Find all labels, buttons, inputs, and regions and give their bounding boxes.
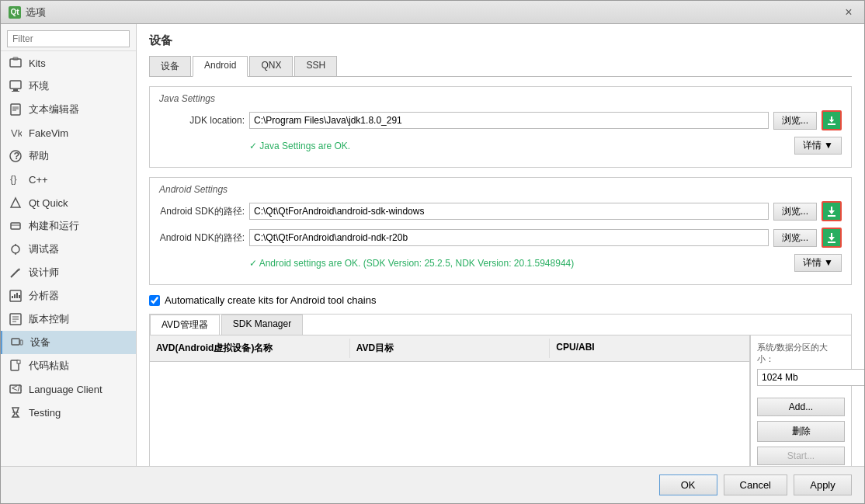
content-area: Kits 环境 文本编辑器 Vk FakeVim — [1, 24, 864, 466]
app-icon: Qt — [9, 6, 21, 19]
sidebar-item-designer[interactable]: 设计师 — [1, 261, 136, 284]
sidebar-item-analyzer[interactable]: 分析器 — [1, 284, 136, 308]
tab-android[interactable]: Android — [193, 56, 248, 77]
ndk-browse-button[interactable]: 浏览... — [773, 229, 817, 247]
sidebar-item-devices[interactable]: 设备 — [1, 331, 136, 354]
sidebar-item-help[interactable]: ? 帮助 — [1, 144, 136, 168]
svg-marker-46 — [829, 237, 835, 241]
sidebar-item-langclient[interactable]: </> Language Client — [1, 377, 136, 401]
sidebar: Kits 环境 文本编辑器 Vk FakeVim — [1, 24, 137, 466]
size-label: 系统/数据分区的大小： — [757, 342, 845, 365]
svg-rect-3 — [13, 89, 18, 91]
tab-devices[interactable]: 设备 — [149, 56, 191, 76]
sidebar-label-help: 帮助 — [29, 149, 49, 163]
designer-icon — [9, 266, 23, 280]
android-details-button[interactable]: 详情 ▼ — [794, 254, 842, 272]
auto-create-label[interactable]: Automatically create kits for Android to… — [165, 294, 376, 306]
main-tabs: 设备 Android QNX SSH — [149, 56, 852, 77]
svg-text:</>: </> — [12, 383, 22, 394]
java-status-row: ✓ Java Settings are OK. 详情 ▼ — [159, 137, 842, 155]
svg-rect-31 — [20, 340, 23, 345]
size-input[interactable] — [757, 369, 864, 386]
add-avd-button[interactable]: Add... — [757, 398, 845, 416]
avd-rows — [150, 362, 749, 466]
sidebar-item-texteditor[interactable]: 文本编辑器 — [1, 98, 136, 121]
env-icon — [9, 79, 23, 93]
sidebar-item-env[interactable]: 环境 — [1, 75, 136, 98]
close-button[interactable]: × — [841, 5, 856, 20]
svg-point-16 — [12, 245, 19, 253]
filter-box — [1, 27, 136, 51]
sidebar-label-designer: 设计师 — [29, 266, 59, 280]
svg-text:Vk: Vk — [11, 127, 22, 139]
start-avd-button[interactable]: Start... — [757, 447, 845, 465]
apply-button[interactable]: Apply — [794, 474, 852, 495]
sidebar-label-analyzer: 分析器 — [29, 289, 59, 303]
build-icon — [9, 219, 23, 233]
sidebar-item-testing[interactable]: Testing — [1, 401, 136, 424]
java-settings-section: Java Settings JDK location: 浏览... ✓ Java… — [149, 86, 852, 168]
avd-tab-manager[interactable]: AVD管理器 — [150, 315, 220, 335]
avd-table: AVD(Android虚拟设备)名称 AVD目标 CPU/ABI — [150, 335, 750, 466]
svg-rect-5 — [11, 104, 20, 115]
avd-tabs: AVD管理器 SDK Manager — [150, 315, 851, 335]
main-panel: 设备 设备 Android QNX SSH Java Settings JDK … — [137, 24, 864, 466]
avd-col-cpu: CPU/ABI — [550, 339, 749, 358]
tab-ssh[interactable]: SSH — [294, 56, 337, 76]
panel-title: 设备 — [149, 33, 852, 48]
qtquick-icon — [9, 196, 23, 210]
sdk-browse-button[interactable]: 浏览... — [773, 203, 817, 221]
jdk-download-button[interactable] — [822, 110, 842, 130]
cpp-icon: {} — [9, 172, 23, 186]
sidebar-item-build[interactable]: 构建和运行 — [1, 214, 136, 238]
sidebar-label-snippet: 代码粘贴 — [29, 359, 69, 373]
java-details-button[interactable]: 详情 ▼ — [794, 137, 842, 155]
help-icon: ? — [9, 149, 23, 163]
sidebar-label-langclient: Language Client — [29, 384, 102, 395]
vcs-icon — [9, 312, 23, 326]
sidebar-item-cpp[interactable]: {} C++ — [1, 168, 136, 191]
jdk-row: JDK location: 浏览... — [159, 110, 842, 130]
sdk-download-button[interactable] — [822, 201, 842, 221]
svg-marker-13 — [11, 198, 20, 207]
sidebar-item-snippet[interactable]: 代码粘贴 — [1, 354, 136, 377]
sidebar-label-debugger: 调试器 — [29, 242, 59, 256]
ndk-input[interactable] — [249, 229, 769, 246]
sidebar-item-qtquick[interactable]: Qt Quick — [1, 191, 136, 214]
sidebar-item-debugger[interactable]: 调试器 — [1, 238, 136, 261]
filter-input[interactable] — [7, 30, 130, 47]
cancel-button[interactable]: Cancel — [724, 474, 787, 495]
sidebar-label-fakevim: FakeVim — [29, 127, 68, 139]
size-section: 系统/数据分区的大小： ▲ ▼ — [757, 342, 845, 387]
sidebar-label-kits: Kits — [29, 57, 46, 69]
ok-button[interactable]: OK — [659, 474, 717, 495]
ndk-download-button[interactable] — [822, 228, 842, 248]
avd-tab-sdk[interactable]: SDK Manager — [221, 315, 303, 335]
svg-rect-14 — [11, 223, 20, 229]
bottom-bar: OK Cancel Apply — [1, 466, 864, 503]
android-section-title: Android Settings — [159, 184, 842, 195]
sidebar-item-fakevim[interactable]: Vk FakeVim — [1, 121, 136, 144]
kits-icon — [9, 56, 23, 70]
jdk-browse-button[interactable]: 浏览... — [773, 112, 817, 130]
fakevim-icon: Vk — [9, 126, 23, 140]
sdk-row: Android SDK的路径: 浏览... — [159, 201, 842, 221]
sdk-input[interactable] — [249, 203, 769, 220]
android-status: ✓ Android settings are OK. (SDK Version:… — [249, 258, 574, 269]
java-section-title: Java Settings — [159, 93, 842, 104]
auto-create-checkbox[interactable] — [149, 295, 160, 306]
svg-rect-34 — [17, 360, 20, 363]
svg-rect-4 — [12, 91, 19, 92]
debugger-icon — [9, 242, 23, 256]
langclient-icon: </> — [9, 382, 23, 396]
delete-avd-button[interactable]: 删除 — [757, 421, 845, 442]
jdk-input[interactable] — [249, 112, 769, 129]
sidebar-label-testing: Testing — [29, 407, 61, 419]
sidebar-item-kits[interactable]: Kits — [1, 51, 136, 75]
sidebar-label-build: 构建和运行 — [29, 219, 79, 233]
sidebar-item-vcs[interactable]: 版本控制 — [1, 308, 136, 331]
tab-qnx[interactable]: QNX — [249, 56, 293, 76]
auto-create-row: Automatically create kits for Android to… — [149, 294, 852, 306]
svg-text:?: ? — [14, 150, 20, 162]
snippet-icon — [9, 359, 23, 373]
